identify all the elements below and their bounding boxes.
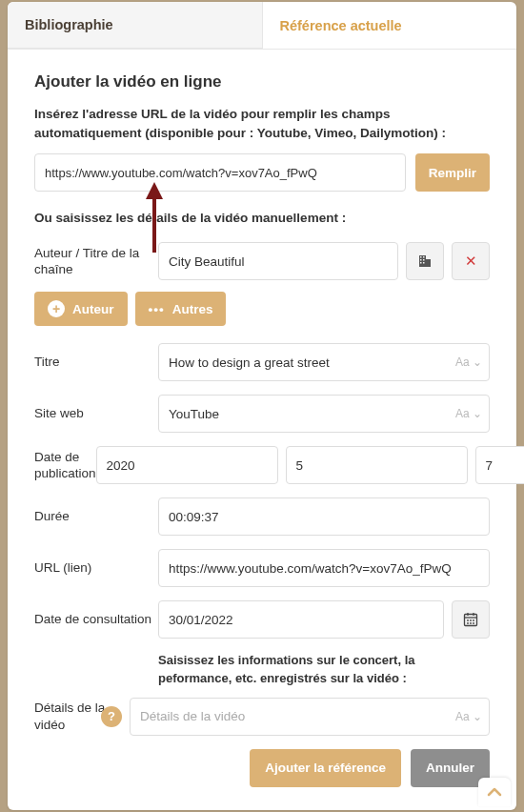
add-buttons-row: + Auteur ••• Autres xyxy=(34,292,490,326)
svg-rect-3 xyxy=(426,259,431,267)
svg-point-27 xyxy=(467,622,469,624)
url-row: URL (lien) xyxy=(34,549,490,587)
accessdate-row: Date de consultation xyxy=(34,600,490,639)
pubdate-year-input[interactable] xyxy=(96,446,278,484)
accessdate-calendar-button[interactable] xyxy=(452,600,490,639)
url-help-text: Insérez l'adresse URL de la vidéo pour r… xyxy=(34,105,490,142)
add-others-button[interactable]: ••• Autres xyxy=(135,292,227,326)
pubdate-label: Date de publication xyxy=(34,449,96,482)
add-reference-button[interactable]: Ajouter la référence xyxy=(250,749,401,787)
building-icon xyxy=(417,254,433,269)
svg-point-28 xyxy=(470,622,472,624)
add-author-button[interactable]: + Auteur xyxy=(34,292,128,326)
add-author-label: Auteur xyxy=(72,302,114,316)
pubdate-day-input[interactable] xyxy=(475,446,524,484)
svg-rect-4 xyxy=(420,256,422,258)
url-label: URL (lien) xyxy=(34,559,158,577)
fill-button[interactable]: Remplir xyxy=(415,153,490,192)
duration-label: Durée xyxy=(34,508,158,525)
url-input[interactable] xyxy=(158,549,490,587)
remove-author-button[interactable]: ✕ xyxy=(452,242,490,280)
details-input[interactable] xyxy=(130,698,490,736)
duration-row: Durée xyxy=(34,497,490,536)
calendar-icon xyxy=(463,612,478,627)
accessdate-input[interactable] xyxy=(158,600,444,639)
svg-rect-5 xyxy=(423,256,425,258)
tab-current-reference[interactable]: Référence actuelle xyxy=(263,2,517,49)
dots-icon: ••• xyxy=(149,302,165,316)
tabs: Bibliographie Référence actuelle xyxy=(8,2,516,50)
svg-rect-8 xyxy=(420,262,422,264)
svg-point-25 xyxy=(470,619,472,621)
details-help-text: Saisissez les informations sur le concer… xyxy=(34,652,490,688)
organization-button[interactable] xyxy=(406,242,444,280)
title-label: Titre xyxy=(34,354,158,371)
help-icon[interactable]: ? xyxy=(101,706,122,727)
footer-buttons: Ajouter la référence Annuler xyxy=(34,749,490,787)
accessdate-label: Date de consultation xyxy=(34,611,158,628)
website-row: Site web Aa ⌄ xyxy=(34,395,490,433)
details-row: Détails de la vidéo ? Aa ⌄ xyxy=(34,698,490,736)
title-input[interactable] xyxy=(158,343,490,381)
svg-point-26 xyxy=(473,619,474,621)
svg-rect-7 xyxy=(423,259,425,261)
scroll-to-top-button[interactable] xyxy=(478,778,511,806)
author-input[interactable] xyxy=(158,242,398,280)
manual-entry-label: Ou saisissez les détails de la vidéo man… xyxy=(34,211,490,225)
plus-icon: + xyxy=(48,300,65,317)
close-icon: ✕ xyxy=(465,253,477,270)
svg-point-24 xyxy=(467,619,469,621)
url-autofill-row: Remplir xyxy=(34,153,490,192)
svg-rect-6 xyxy=(420,259,422,261)
website-label: Site web xyxy=(34,405,158,422)
svg-point-29 xyxy=(473,622,474,624)
add-others-label: Autres xyxy=(172,302,213,316)
pubdate-row: Date de publication xyxy=(34,446,490,484)
duration-input[interactable] xyxy=(158,497,490,536)
video-url-input[interactable] xyxy=(34,153,406,192)
title-row: Titre Aa ⌄ xyxy=(34,343,490,381)
section-title: Ajouter la vidéo en ligne xyxy=(34,72,490,91)
form-content: Ajouter la vidéo en ligne Insérez l'adre… xyxy=(8,50,516,806)
author-label: Auteur / Titre de la chaîne xyxy=(34,245,158,278)
author-row: Auteur / Titre de la chaîne ✕ xyxy=(34,242,490,280)
svg-rect-9 xyxy=(423,262,425,264)
pubdate-month-input[interactable] xyxy=(286,446,468,484)
website-input[interactable] xyxy=(158,395,490,433)
tab-bibliography[interactable]: Bibliographie xyxy=(8,2,263,49)
chevron-up-icon xyxy=(487,787,502,797)
reference-panel: Bibliographie Référence actuelle Ajouter… xyxy=(8,2,516,810)
